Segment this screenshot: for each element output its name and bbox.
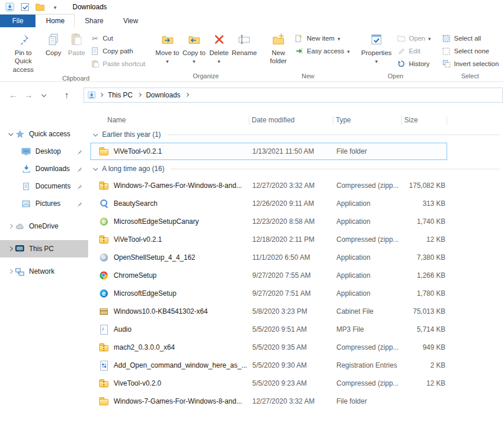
file-type: Registration Entries — [334, 361, 403, 369]
qat-customize-dropdown[interactable] — [49, 2, 61, 12]
expander-chevron-icon[interactable] — [8, 224, 12, 228]
file-type-icon — [98, 342, 110, 353]
file-row[interactable]: ViVeTool-v0.2.1 12/18/2020 2:11 PM Compr… — [90, 231, 447, 248]
copy-path-button[interactable]: Copy path — [88, 45, 148, 57]
file-row[interactable]: BeautySearch 12/26/2020 9:11 AM Applicat… — [90, 195, 447, 212]
edit-label: Edit — [409, 48, 420, 55]
sidebar-item-downloads[interactable]: Downloads — [0, 160, 88, 177]
easy-access-dropdown-caret[interactable] — [347, 48, 350, 55]
tab-file[interactable]: File — [0, 14, 35, 27]
breadcrumb-this-pc[interactable]: This PC — [107, 90, 134, 100]
file-size: 313 KB — [403, 199, 445, 208]
file-row[interactable]: ViveTool-v0.2.0 5/5/2020 9:23 AM Compres… — [90, 375, 447, 392]
group-label: Earlier this year (1) — [102, 130, 161, 139]
copy-to-button[interactable]: Copy to — [181, 29, 208, 66]
move-to-dropdown-caret[interactable] — [166, 57, 169, 65]
quick-access-star-icon — [14, 129, 25, 139]
group-header[interactable]: A long time ago (16) — [90, 161, 499, 177]
column-header-size[interactable]: Size — [402, 116, 447, 125]
new-item-button[interactable]: New item — [292, 32, 352, 45]
easy-access-button[interactable]: Easy access — [292, 45, 352, 57]
file-row[interactable]: Windows-7-Games-For-Windows-8-and... 12/… — [90, 393, 447, 410]
properties-button[interactable]: Properties — [358, 29, 394, 66]
expander-chevron-icon[interactable] — [8, 269, 12, 274]
paste-button[interactable]: Paste — [65, 29, 88, 57]
open-button[interactable]: Open — [394, 32, 433, 45]
new-item-dropdown-caret[interactable] — [338, 35, 340, 42]
copy-button[interactable]: Copy — [42, 29, 65, 57]
tab-home[interactable]: Home — [35, 14, 75, 27]
column-header-name[interactable]: Name — [97, 116, 249, 125]
file-row[interactable]: Add_Open_command_window_here_as_... 5/5/… — [90, 357, 447, 374]
group-header[interactable]: Earlier this year (1) — [90, 126, 499, 143]
paste-shortcut-button[interactable]: Paste shortcut — [88, 57, 148, 70]
invert-selection-button[interactable]: Invert selection — [440, 57, 501, 70]
move-to-label: Move to — [155, 49, 179, 57]
address-input[interactable]: This PC Downloads — [84, 88, 503, 103]
open-dropdown-caret[interactable] — [428, 35, 431, 42]
column-header-type[interactable]: Type — [333, 116, 402, 125]
sidebar-item-onedrive[interactable]: OneDrive — [0, 217, 88, 235]
tab-view[interactable]: View — [113, 14, 148, 27]
qat-properties-button[interactable] — [19, 2, 31, 12]
file-row[interactable]: Windows10.0-KB4541302-x64 5/8/2020 3:23 … — [90, 303, 447, 320]
sidebar-item-desktop[interactable]: Desktop — [0, 143, 88, 160]
delete-button[interactable]: Delete — [208, 29, 231, 66]
file-row[interactable]: Windows-7-Games-For-Windows-8-and... 12/… — [90, 177, 447, 194]
breadcrumb-chevron-icon[interactable] — [185, 93, 189, 97]
file-name: BeautySearch — [114, 199, 157, 208]
recent-locations-dropdown[interactable] — [36, 88, 51, 103]
file-size: 1,740 KB — [403, 217, 445, 226]
titlebar: Downloads — [0, 0, 504, 14]
breadcrumb-chevron-icon[interactable] — [99, 93, 103, 97]
rename-icon — [237, 30, 251, 49]
properties-dropdown-caret[interactable] — [375, 57, 378, 65]
file-row[interactable]: mach2_0.3.0.0_x64 5/5/2020 9:35 AM Compr… — [90, 339, 447, 356]
file-row[interactable]: MicrosoftEdgeSetupCanary 12/23/2020 8:58… — [90, 213, 447, 230]
rename-button[interactable]: Rename — [231, 29, 258, 57]
back-button[interactable] — [6, 88, 21, 103]
copy-to-dropdown-caret[interactable] — [193, 57, 195, 65]
file-row[interactable]: Audio 5/5/2020 9:51 AM MP3 File 5,714 KB — [90, 321, 447, 338]
file-date-modified: 12/23/2020 8:58 AM — [250, 217, 334, 226]
sidebar-item-this-pc[interactable]: This PC — [0, 240, 88, 257]
sidebar-item-pictures[interactable]: Pictures — [0, 195, 88, 212]
expander-chevron-icon[interactable] — [8, 246, 12, 251]
expander-chevron-icon[interactable] — [8, 131, 13, 136]
forward-button[interactable] — [21, 88, 36, 103]
file-type-icon — [98, 198, 110, 209]
pin-to-quick-access-button[interactable]: Pin to Quick access — [5, 29, 42, 74]
qat-new-folder-button[interactable] — [34, 2, 46, 12]
group-collapse-chevron-icon[interactable] — [93, 166, 97, 170]
file-name: ViVeTool-v0.2.1 — [114, 147, 162, 155]
sidebar-item-quick-access[interactable]: Quick access — [0, 125, 88, 143]
breadcrumb-chevron-icon[interactable] — [137, 93, 142, 97]
ribbon-group-select: Select all Select none Invert selection … — [436, 27, 504, 81]
file-date-modified: 5/8/2020 3:23 PM — [250, 307, 334, 315]
new-folder-button[interactable]: New folder — [264, 29, 292, 66]
edit-button[interactable]: Edit — [394, 45, 433, 57]
column-headers: Name Date modified Type Size — [90, 114, 504, 126]
breadcrumb-downloads[interactable]: Downloads — [145, 90, 182, 100]
sidebar-item-documents[interactable]: Documents — [0, 177, 88, 195]
cut-button[interactable]: Cut — [88, 32, 148, 45]
select-all-button[interactable]: Select all — [440, 32, 501, 45]
history-button[interactable]: History — [394, 57, 433, 70]
move-to-button[interactable]: Move to — [154, 29, 181, 66]
invert-selection-icon — [442, 59, 451, 68]
delete-dropdown-caret[interactable] — [217, 57, 220, 65]
file-row[interactable]: ChromeSetup 9/27/2020 7:55 AM Applicatio… — [90, 267, 447, 284]
file-row[interactable]: ViVeTool-v0.2.1 1/13/2021 11:50 AM File … — [90, 143, 447, 160]
file-row[interactable]: MicrosoftEdgeSetup 9/27/2020 7:51 AM App… — [90, 285, 447, 302]
sidebar-item-network[interactable]: Network — [0, 263, 88, 280]
select-none-button[interactable]: Select none — [440, 45, 501, 57]
group-collapse-chevron-icon[interactable] — [93, 132, 97, 136]
up-button[interactable] — [59, 88, 74, 103]
explorer-window-icon — [4, 2, 16, 12]
file-type-icon — [98, 234, 110, 245]
tab-share[interactable]: Share — [75, 14, 113, 27]
file-date-modified: 5/5/2020 9:30 AM — [250, 361, 334, 369]
file-type-icon — [98, 180, 110, 191]
column-header-date-modified[interactable]: Date modified — [249, 116, 333, 125]
file-row[interactable]: OpenShellSetup_4_4_162 11/1/2020 6:50 AM… — [90, 249, 447, 266]
